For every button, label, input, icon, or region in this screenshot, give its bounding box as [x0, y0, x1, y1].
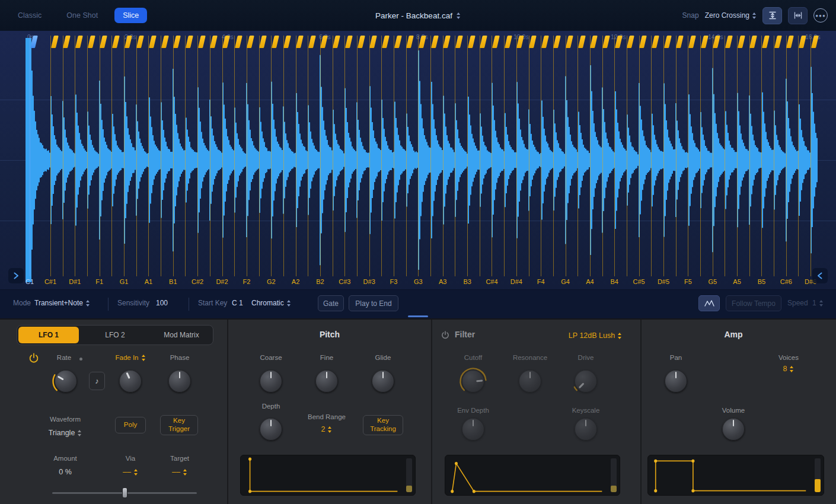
fit-horizontal-button[interactable] — [788, 7, 808, 24]
slice-marker-line[interactable] — [737, 36, 738, 276]
slider-handle[interactable] — [122, 487, 127, 498]
slice-marker-line[interactable] — [492, 36, 492, 276]
filter-type-select[interactable]: LP 12dB Lush — [551, 331, 640, 340]
voices-select[interactable]: 8 — [765, 365, 812, 373]
tab-mod-matrix[interactable]: Mod Matrix — [151, 327, 212, 343]
keyscale-knob[interactable] — [572, 416, 599, 443]
filter-power-button[interactable] — [441, 330, 450, 340]
slice-marker-line[interactable] — [590, 36, 591, 276]
follow-tempo-button[interactable]: Follow Tempo — [726, 295, 781, 311]
slice-marker-line[interactable] — [602, 36, 603, 276]
slice-marker-line[interactable] — [394, 36, 394, 276]
slice-marker-line[interactable] — [467, 36, 468, 276]
slice-marker-line[interactable] — [357, 36, 358, 276]
flex-button[interactable] — [698, 295, 720, 311]
slice-marker-line[interactable] — [418, 36, 419, 276]
slice-marker-line[interactable] — [283, 36, 284, 276]
slice-marker-line[interactable] — [136, 36, 137, 276]
slice-marker-line[interactable] — [541, 36, 541, 276]
slice-marker-line[interactable] — [308, 36, 308, 276]
key-tracking-button[interactable]: Key Tracking — [363, 415, 403, 435]
slice-marker-line[interactable] — [774, 36, 774, 276]
slice-marker-line[interactable] — [663, 36, 664, 276]
drive-knob[interactable] — [572, 368, 599, 395]
slice-marker-line[interactable] — [566, 36, 566, 276]
slice-marker-line[interactable] — [688, 36, 688, 276]
tab-one-shot[interactable]: One Shot — [58, 8, 106, 23]
slice-marker-line[interactable] — [725, 36, 725, 276]
slice-marker-line[interactable] — [197, 36, 198, 276]
slice-marker-line[interactable] — [406, 36, 407, 276]
slice-marker-line[interactable] — [234, 36, 235, 276]
slice-marker-line[interactable] — [614, 36, 615, 276]
cutoff-knob[interactable] — [460, 368, 487, 395]
slice-marker-line[interactable] — [210, 36, 210, 276]
slice-marker-line[interactable] — [259, 36, 260, 276]
slice-marker-line[interactable] — [480, 36, 480, 276]
speed-select[interactable]: 1 — [812, 299, 824, 307]
start-key-value[interactable]: C 1 — [232, 299, 243, 307]
slice-marker-line[interactable] — [148, 36, 149, 276]
slice-marker-line[interactable] — [676, 36, 677, 276]
play-to-end-button[interactable]: Play to End — [349, 295, 398, 311]
slice-marker-line[interactable] — [161, 36, 161, 276]
lfo-amount-slider[interactable] — [52, 487, 197, 498]
lfo-waveform-select[interactable]: Triangle — [36, 429, 95, 437]
tab-slice[interactable]: Slice — [114, 8, 147, 23]
slice-marker-line[interactable] — [749, 36, 750, 276]
slice-marker-line[interactable] — [651, 36, 652, 276]
slice-marker-line[interactable] — [798, 36, 799, 276]
amp-envelope-display[interactable] — [647, 455, 824, 496]
fade-in-knob[interactable] — [117, 368, 144, 395]
fit-vertical-button[interactable] — [762, 7, 782, 24]
resonance-knob[interactable] — [516, 368, 544, 395]
volume-knob[interactable] — [720, 416, 747, 443]
rate-knob[interactable] — [52, 368, 79, 395]
slice-marker-line[interactable] — [443, 36, 443, 276]
scale-select[interactable]: Chromatic — [251, 299, 291, 307]
slice-marker-line[interactable] — [455, 36, 455, 276]
tab-classic[interactable]: Classic — [9, 8, 50, 23]
fine-knob[interactable] — [313, 368, 340, 395]
pan-knob[interactable] — [662, 368, 690, 395]
waveform-display[interactable]: 0s2.0s4.0s6.0s8.0s10.0s12.0s14.0s16.0s C… — [0, 31, 836, 289]
slice-marker-line[interactable] — [296, 36, 296, 276]
lfo-power-button[interactable] — [28, 352, 40, 364]
env-depth-knob[interactable] — [460, 416, 487, 443]
slice-marker-line[interactable] — [333, 36, 333, 276]
env-velocity-slider[interactable] — [611, 458, 617, 492]
slice-marker-line[interactable] — [639, 36, 640, 276]
slice-marker-line[interactable] — [381, 36, 382, 276]
tab-lfo1[interactable]: LFO 1 — [18, 327, 79, 343]
slice-marker-line[interactable] — [100, 36, 100, 276]
sample-selector[interactable]: Parker - Backbeat.caf — [375, 0, 461, 31]
slice-marker-line[interactable] — [222, 36, 223, 276]
target-select[interactable]: –– — [159, 468, 200, 476]
slice-marker-line[interactable] — [627, 36, 627, 276]
fade-mode-select[interactable]: Fade In — [108, 354, 153, 361]
slice-marker-line[interactable] — [271, 36, 272, 276]
glide-knob[interactable] — [369, 368, 397, 395]
gate-button[interactable]: Gate — [318, 295, 344, 311]
more-options-button[interactable]: ●●● — [813, 8, 828, 23]
filter-envelope-display[interactable] — [445, 455, 620, 496]
snap-select[interactable]: Zero Crossing — [705, 11, 757, 20]
sample-start-marker-line[interactable] — [30, 36, 30, 276]
slice-marker-line[interactable] — [761, 36, 762, 276]
slice-marker-line[interactable] — [185, 36, 186, 276]
key-trigger-button[interactable]: Key Trigger — [160, 415, 198, 435]
jump-end-button[interactable] — [812, 268, 828, 283]
coarse-knob[interactable] — [257, 368, 285, 395]
slice-marker-line[interactable] — [553, 36, 554, 276]
slice-marker-line[interactable] — [111, 36, 112, 276]
phase-knob[interactable] — [166, 368, 193, 395]
slice-marker-line[interactable] — [87, 36, 88, 276]
slice-marker-line[interactable] — [700, 36, 701, 276]
slice-marker-line[interactable] — [504, 36, 505, 276]
env-velocity-slider[interactable] — [406, 458, 412, 492]
via-select[interactable]: –– — [110, 468, 151, 476]
env-velocity-slider[interactable] — [815, 458, 821, 492]
slice-marker-line[interactable] — [786, 36, 787, 276]
slice-marker-line[interactable] — [247, 36, 247, 276]
poly-button[interactable]: Poly — [115, 417, 146, 433]
